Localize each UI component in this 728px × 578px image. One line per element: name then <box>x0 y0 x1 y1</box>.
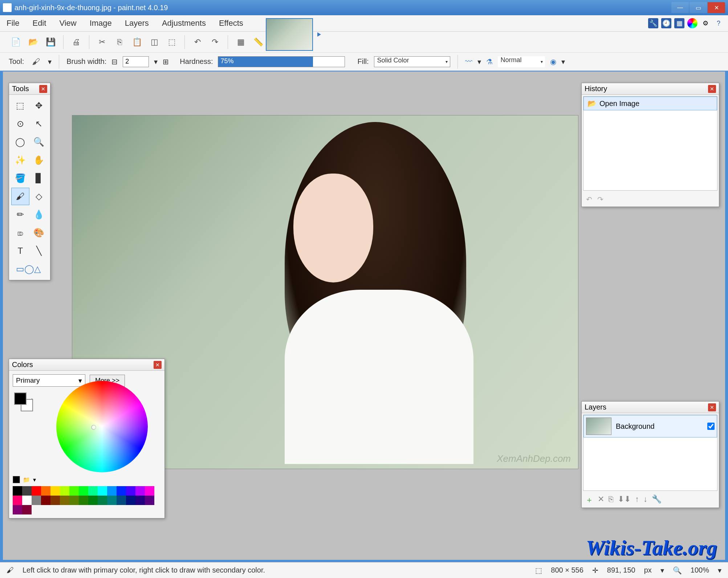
save-file-icon[interactable]: 💾 <box>44 35 57 49</box>
recolor-tool[interactable]: 🎨 <box>30 224 48 241</box>
delete-layer-icon[interactable]: ✕ <box>598 494 604 505</box>
palette-color[interactable] <box>22 496 32 505</box>
zoom-dropdown-icon[interactable]: ▾ <box>718 566 721 575</box>
menu-adjustments[interactable]: Adjustments <box>155 15 212 31</box>
palette-color[interactable] <box>32 496 41 505</box>
color-picker-tool[interactable]: 💧 <box>30 206 48 223</box>
palette-color[interactable] <box>69 486 79 496</box>
palette-color[interactable] <box>107 496 117 505</box>
menu-view[interactable]: View <box>53 15 83 31</box>
menu-image[interactable]: Image <box>83 15 118 31</box>
add-layer-icon[interactable]: ＋ <box>585 494 593 505</box>
paste-icon[interactable]: 📋 <box>130 35 144 49</box>
pencil-tool[interactable]: ✏ <box>11 206 29 223</box>
paint-bucket-tool[interactable]: 🪣 <box>11 170 29 187</box>
move-layer-down-icon[interactable]: ↓ <box>643 494 647 505</box>
eraser-tool[interactable]: ◇ <box>30 188 48 205</box>
close-button[interactable]: ✕ <box>708 2 725 13</box>
antialias-icon[interactable]: 〰 <box>465 57 472 66</box>
palette-color[interactable] <box>145 496 154 505</box>
hardness-slider[interactable]: 75% <box>218 56 345 67</box>
unit-dropdown-icon[interactable]: ▾ <box>660 566 664 575</box>
color-mode-dropdown[interactable]: Primary <box>13 374 85 387</box>
paintbrush-tool[interactable]: 🖌 <box>11 188 29 205</box>
status-unit[interactable]: px <box>644 566 652 574</box>
overwrite-icon[interactable]: ◉ <box>550 57 556 66</box>
crop-icon[interactable]: ◫ <box>147 35 161 49</box>
text-tool[interactable]: T <box>11 242 29 260</box>
tools-window-icon[interactable]: 🔧 <box>648 18 658 28</box>
print-icon[interactable]: 🖨 <box>69 35 83 49</box>
active-tool-icon[interactable]: 🖌 <box>29 55 43 69</box>
line-tool[interactable]: ╲ <box>30 242 48 260</box>
minimize-button[interactable]: — <box>671 2 689 13</box>
menu-effects[interactable]: Effects <box>212 15 250 31</box>
history-undo-icon[interactable]: ↶ <box>586 195 592 204</box>
palette-color[interactable] <box>98 496 107 505</box>
magic-wand-tool[interactable]: ✨ <box>11 151 29 169</box>
tools-panel-close[interactable]: ✕ <box>39 85 47 93</box>
history-item[interactable]: 📂 Open Image <box>583 97 717 110</box>
palette-color[interactable] <box>60 496 69 505</box>
palette-color[interactable] <box>41 496 50 505</box>
palette-color[interactable] <box>41 486 50 496</box>
merge-down-icon[interactable]: ⬇⬇ <box>618 494 631 505</box>
menu-file[interactable]: File <box>0 15 26 31</box>
palette-color[interactable] <box>13 486 22 496</box>
history-redo-icon[interactable]: ↷ <box>597 195 603 204</box>
palette-color[interactable] <box>126 496 135 505</box>
shapes-tool[interactable]: ▭◯△ <box>11 260 48 278</box>
lasso-select-tool[interactable]: ⊙ <box>11 115 29 133</box>
palette-color[interactable] <box>60 486 69 496</box>
palette-color[interactable] <box>145 486 154 496</box>
image-tab-thumb[interactable] <box>266 18 313 51</box>
move-selection-tool[interactable]: ✥ <box>30 97 48 114</box>
brush-width-input[interactable] <box>123 56 149 67</box>
cut-icon[interactable]: ✂ <box>95 35 109 49</box>
overwrite-dropdown[interactable]: ▾ <box>561 57 565 66</box>
layer-properties-icon[interactable]: 🔧 <box>652 494 662 505</box>
pan-tool[interactable]: ✋ <box>30 151 48 169</box>
clone-stamp-tool[interactable]: ⎄ <box>11 224 29 241</box>
color-wheel[interactable] <box>56 381 148 472</box>
palette-color[interactable] <box>79 486 88 496</box>
palette-color[interactable] <box>79 496 88 505</box>
blend-icon[interactable]: ⚗ <box>486 57 493 66</box>
rectangle-select-tool[interactable]: ⬚ <box>11 97 29 114</box>
palette-dropdown-icon[interactable]: ▾ <box>33 476 36 483</box>
history-panel-close[interactable]: ✕ <box>708 85 716 93</box>
redo-icon[interactable]: ↷ <box>208 35 222 49</box>
palette-color[interactable] <box>13 505 22 514</box>
palette-color[interactable] <box>50 486 60 496</box>
decrement-icon[interactable]: ⊟ <box>111 57 118 66</box>
duplicate-layer-icon[interactable]: ⎘ <box>609 494 613 505</box>
palette-color[interactable] <box>32 486 41 496</box>
palette-color[interactable] <box>88 496 98 505</box>
fill-dropdown[interactable]: Solid Color <box>374 56 450 67</box>
menu-edit[interactable]: Edit <box>26 15 53 31</box>
layers-window-icon[interactable]: ▦ <box>674 18 684 28</box>
palette-color[interactable] <box>135 486 145 496</box>
deselect-icon[interactable]: ⬚ <box>165 35 179 49</box>
brush-width-dropdown[interactable]: ▾ <box>154 57 158 66</box>
move-pixels-tool[interactable]: ↖ <box>30 115 48 133</box>
increment-icon[interactable]: ⊞ <box>163 57 169 66</box>
blend-mode-dropdown[interactable]: Normal <box>498 56 545 67</box>
color-swatches[interactable] <box>14 392 33 411</box>
colors-panel-close[interactable]: ✕ <box>154 361 162 369</box>
primary-color-swatch[interactable] <box>14 392 27 405</box>
zoom-tool[interactable]: 🔍 <box>30 133 48 151</box>
settings-icon[interactable]: ⚙ <box>700 18 711 28</box>
gradient-tool[interactable]: ▊ <box>30 170 48 187</box>
ellipse-select-tool[interactable]: ◯ <box>11 133 29 151</box>
palette-color[interactable] <box>126 486 135 496</box>
layer-row[interactable]: Background <box>583 415 717 437</box>
palette-color[interactable] <box>117 486 126 496</box>
palette-color[interactable] <box>22 486 32 496</box>
new-file-icon[interactable]: 📄 <box>9 35 23 49</box>
layer-visible-checkbox[interactable] <box>707 423 715 430</box>
palette-color[interactable] <box>107 486 117 496</box>
status-zoom[interactable]: 100% <box>691 566 709 574</box>
palette-color[interactable] <box>50 496 60 505</box>
tool-dropdown-arrow[interactable]: ▾ <box>48 57 52 66</box>
